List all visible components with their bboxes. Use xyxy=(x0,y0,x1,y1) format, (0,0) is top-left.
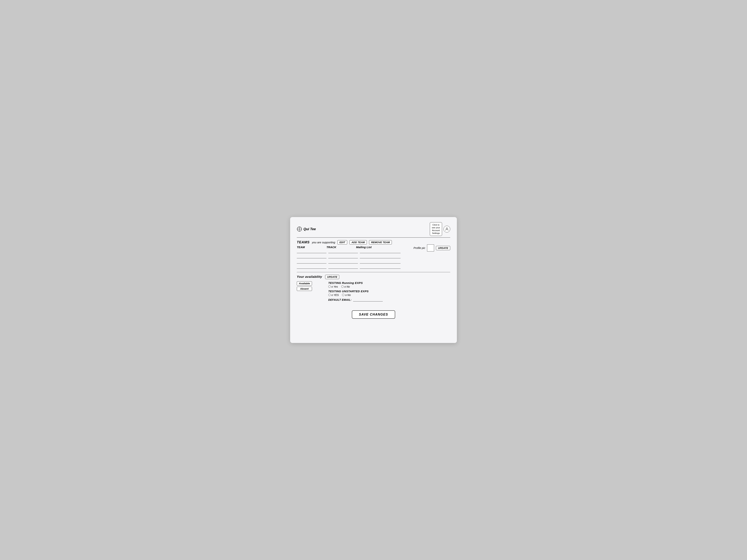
running-no-radio[interactable] xyxy=(341,285,344,288)
col-header-track: TRACK xyxy=(327,245,356,249)
testing-unstarted-title: TESTING UNSTARTED EXPS xyxy=(328,290,383,293)
availability-row: Your availability UPDATE xyxy=(297,275,450,279)
track-cell xyxy=(328,260,358,264)
unstarted-no-radio[interactable] xyxy=(342,294,344,296)
available-button[interactable]: Available xyxy=(297,281,312,286)
table-row xyxy=(297,260,450,264)
account-settings-button[interactable]: Click to see your Account Settings xyxy=(430,222,442,236)
logo-icon xyxy=(297,226,302,232)
edit-button[interactable]: EDIT xyxy=(337,240,347,244)
profile-section: Profile pic UPDATE xyxy=(413,244,450,251)
running-no-option[interactable]: o No xyxy=(341,285,350,288)
team-cell xyxy=(297,250,327,253)
profile-pic-label: Profile pic xyxy=(413,246,425,249)
svg-point-3 xyxy=(446,228,447,229)
mailing-cell xyxy=(360,250,401,253)
track-cell xyxy=(328,250,358,253)
teams-label: TEAMS xyxy=(297,240,310,244)
unstarted-yes-option[interactable]: o YES xyxy=(328,294,339,296)
table-row xyxy=(297,265,450,269)
header-row: Qui Tee Click to see your Account Settin… xyxy=(297,222,450,238)
app-logo: Qui Tee xyxy=(297,226,316,232)
teams-table xyxy=(297,250,450,269)
mailing-cell xyxy=(360,260,401,264)
col-header-mailing: Mailing List xyxy=(356,245,397,249)
team-cell xyxy=(297,265,327,269)
track-cell xyxy=(328,265,358,269)
save-changes-button[interactable]: SAVE CHANGES xyxy=(352,310,395,319)
table-row xyxy=(297,255,450,258)
default-email-label: DEFAULT EMAIL: xyxy=(328,298,352,301)
availability-update-button[interactable]: UPDATE xyxy=(325,275,339,279)
add-team-button[interactable]: ADD TEAM xyxy=(350,240,367,244)
default-email-row: DEFAULT EMAIL: xyxy=(328,298,383,301)
absent-button[interactable]: Absent xyxy=(297,287,312,291)
teams-sub-label: you are supporting xyxy=(312,241,335,244)
app-title: Qui Tee xyxy=(304,227,316,231)
col-header-team: TEAM xyxy=(297,245,327,249)
testing-section: TESTING Running EXPS o Yes o No TESTING … xyxy=(328,281,383,301)
remove-team-button[interactable]: REMOVE TEAM xyxy=(369,240,392,244)
testing-running-title: TESTING Running EXPS xyxy=(328,281,383,285)
profile-update-button[interactable]: UPDATE xyxy=(436,246,450,250)
profile-pic-box xyxy=(427,244,434,251)
default-email-input[interactable] xyxy=(353,298,383,301)
account-avatar[interactable] xyxy=(443,226,450,233)
mailing-cell xyxy=(360,265,401,269)
availability-label: Your availability xyxy=(297,275,322,279)
save-section: SAVE CHANGES xyxy=(297,310,450,319)
unstarted-no-option[interactable]: o No xyxy=(342,294,351,296)
unstarted-yes-radio[interactable] xyxy=(328,294,331,296)
running-yes-no-row: o Yes o No xyxy=(328,285,383,288)
unstarted-yes-no-row: o YES o No xyxy=(328,294,383,296)
avatar-icon xyxy=(445,227,449,231)
team-cell xyxy=(297,255,327,258)
running-yes-option[interactable]: o Yes xyxy=(328,285,338,288)
running-yes-radio[interactable] xyxy=(328,285,331,288)
whiteboard: Qui Tee Click to see your Account Settin… xyxy=(290,217,457,343)
track-cell xyxy=(328,255,358,258)
availability-section: Your availability UPDATE Available Absen… xyxy=(297,275,450,301)
mailing-cell xyxy=(360,255,401,258)
team-cell xyxy=(297,260,327,264)
teams-header: TEAMS you are supporting EDIT ADD TEAM R… xyxy=(297,240,450,244)
availability-main-row: Available Absent TESTING Running EXPS o … xyxy=(297,281,450,301)
status-buttons: Available Absent xyxy=(297,281,312,291)
